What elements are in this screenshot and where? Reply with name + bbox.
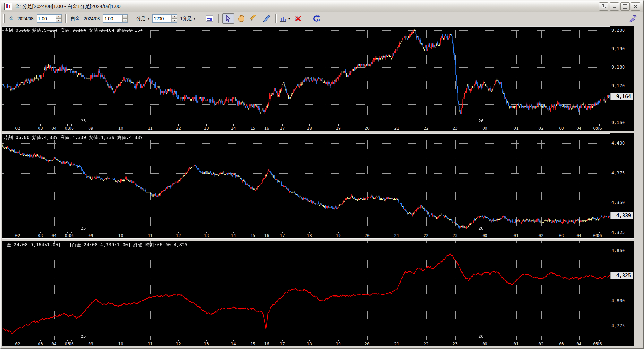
hour-label: 16 [264, 126, 269, 131]
hour-label: 09 [88, 126, 93, 131]
close-button[interactable]: × [631, 2, 640, 11]
price-label: 9,180 [611, 64, 625, 70]
spin-up-icon[interactable]: ▲ [122, 15, 128, 19]
panel-splitter[interactable] [2, 131, 634, 133]
time-axis: 0203040506091011121314151617181920212223… [2, 124, 610, 131]
bar-type-dropdown[interactable]: 分足▼ [136, 16, 150, 21]
hour-label: 14 [231, 233, 236, 238]
title-bar[interactable]: 金1分足[2024/08]1.00 - 白金1分足[2024/08]1.00 × [1, 1, 643, 12]
maximize-button[interactable] [620, 2, 630, 11]
hour-label: 12 [176, 126, 181, 131]
toolbar-separator [275, 14, 277, 23]
gold-label: 金 [9, 16, 13, 21]
chart-panel-gold-1min: 時刻:06:00 始値:9,164 高値:9,164 安値:9,164 終値:9… [2, 26, 634, 131]
hand-tool-button[interactable] [235, 13, 247, 24]
chart-type-button[interactable]: ▼ [279, 13, 291, 24]
restore-windows-icon [602, 4, 606, 8]
hour-label: 06 [69, 341, 74, 346]
hour-label: 06 [69, 233, 74, 238]
pen-tool-button[interactable] [261, 13, 272, 24]
hour-label: 17 [280, 341, 285, 346]
spin-down-icon[interactable]: ▼ [172, 19, 177, 22]
hour-label: 18 [307, 341, 312, 346]
hour-label: 02 [15, 126, 20, 131]
bar-chart-icon [280, 15, 287, 22]
hour-label: 00 [482, 341, 487, 346]
hour-label: 20 [365, 126, 370, 131]
hour-label: 02 [15, 233, 20, 238]
app-candlestick-icon [4, 3, 12, 10]
plot-area-gold-1min[interactable]: 時刻:06:00 始値:9,164 高値:9,164 安値:9,164 終値:9… [2, 26, 610, 124]
price-label: 9,150 [611, 120, 625, 125]
hour-label: 03 [559, 233, 564, 238]
platinum-ratio-spinner[interactable]: ▲▼ [103, 14, 128, 23]
spin-down-icon[interactable]: ▼ [56, 19, 62, 22]
date-label: 26 [478, 334, 484, 339]
hour-label: 13 [204, 126, 209, 131]
hour-label: 12 [176, 233, 181, 238]
chart-delete-button[interactable] [292, 13, 304, 24]
hour-label: 02 [15, 341, 20, 346]
hour-label: 01 [513, 233, 519, 238]
cursor-tool-button[interactable] [222, 13, 234, 24]
price-label: 4,325 [611, 230, 625, 235]
spin-down-icon[interactable]: ▼ [122, 19, 128, 22]
price-label: 4,400 [611, 140, 625, 146]
minimize-icon [613, 7, 616, 8]
minimize-button[interactable] [610, 2, 619, 11]
date-label: 26 [478, 118, 484, 123]
maximize-icon [623, 4, 627, 9]
chart-panel-platinum-1min: 時刻:06:00 始値:4,339 高値:4,339 安値:4,339 終値:4… [2, 133, 634, 238]
bar-count-input[interactable] [153, 15, 171, 22]
hour-label: 03 [38, 341, 43, 346]
close-icon: × [634, 4, 637, 10]
hour-label: 03 [38, 126, 43, 131]
period-dropdown[interactable]: 1分足▼ [180, 16, 196, 21]
hour-label: 02 [538, 233, 544, 238]
hour-label: 03 [38, 233, 43, 238]
platinum-label: 白金 [71, 16, 80, 21]
pencil-tool-button[interactable] [248, 13, 260, 24]
platinum-ratio-input[interactable] [103, 15, 122, 22]
price-axis-gold-1min: 9,2009,1909,1809,1709,1509,164 [610, 26, 634, 131]
panel-splitter[interactable] [2, 238, 634, 241]
price-axis-platinum-1min: 4,4004,3754,3504,3254,339 [610, 133, 634, 238]
wrench-icon [629, 14, 638, 23]
plot-area-gold-platinum-spread[interactable]: [金 24/08 9,164×1.00] - [白金 24/08 4,339×1… [2, 241, 610, 340]
price-label: 9,190 [611, 46, 625, 51]
hour-label: 04 [51, 341, 56, 346]
hour-label: 22 [424, 233, 429, 238]
hour-label: 21 [394, 233, 399, 238]
chevron-down-icon: ▼ [147, 17, 150, 20]
bar-count-spinner[interactable]: ▲▼ [152, 14, 177, 23]
hour-label: 14 [231, 341, 236, 346]
platinum-month-label: 2024/08 [84, 16, 100, 21]
cb-refresh-button[interactable]: B [311, 13, 322, 24]
hour-label: 18 [307, 233, 312, 238]
current-price-box: 4,339 [610, 212, 633, 219]
gold-ratio-spinner[interactable]: ▲▼ [37, 14, 62, 23]
plot-area-platinum-1min[interactable]: 時刻:06:00 始値:4,339 高値:4,339 安値:4,339 終値:4… [2, 133, 610, 232]
time-axis: 0203040506091011121314151617181920212223… [2, 232, 610, 238]
date-label: 25 [81, 118, 86, 123]
spin-up-icon[interactable]: ▲ [56, 15, 62, 19]
gold-ratio-input[interactable] [37, 15, 56, 22]
hour-label: 19 [336, 126, 341, 131]
chart-grid-button[interactable] [204, 13, 215, 24]
svg-text:B: B [317, 18, 320, 22]
hour-label: 23 [452, 233, 458, 238]
spin-up-icon[interactable]: ▲ [172, 15, 177, 19]
toolbar-grip[interactable] [3, 14, 5, 23]
chart-stack: 時刻:06:00 始値:9,164 高値:9,164 安値:9,164 終値:9… [2, 26, 634, 346]
restore-windows-button[interactable] [599, 2, 608, 11]
current-price-box: 4,825 [610, 272, 633, 279]
hour-label: 10 [118, 126, 123, 131]
hour-label: 16 [264, 233, 269, 238]
hour-label: 17 [280, 233, 285, 238]
toolbar-separator [200, 14, 201, 23]
hour-label: 19 [336, 233, 341, 238]
wrench-button[interactable] [629, 14, 638, 24]
chart-grid-icon [206, 15, 213, 22]
hour-label: 09 [88, 233, 93, 238]
hour-label: 23 [452, 126, 458, 131]
